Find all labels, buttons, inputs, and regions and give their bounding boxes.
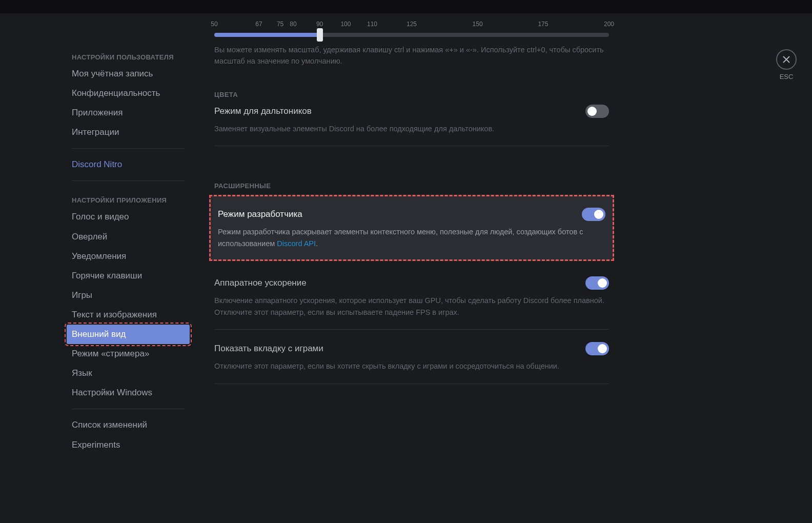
colorblind-desc: Заменяет визуальные элементы Discord на … bbox=[214, 123, 609, 134]
close-icon bbox=[782, 55, 790, 64]
developer-mode-label: Режим разработчика bbox=[218, 209, 302, 219]
sidebar-heading-user: НАСТРОЙКИ ПОЛЬЗОВАТЕЛЯ bbox=[67, 44, 190, 64]
sidebar-divider bbox=[72, 409, 185, 409]
discord-api-link[interactable]: Discord API bbox=[277, 239, 316, 248]
hardware-accel-toggle[interactable] bbox=[585, 276, 609, 290]
close-label: ESC bbox=[776, 73, 797, 81]
group-heading-advanced: РАСШИРЕННЫЕ bbox=[214, 182, 609, 190]
hardware-accel-desc: Включение аппаратного ускорения, которое… bbox=[214, 295, 609, 318]
slider-fill bbox=[214, 33, 320, 37]
sidebar-divider bbox=[72, 180, 185, 181]
sidebar-item-notifications[interactable]: Уведомления bbox=[67, 247, 190, 266]
divider bbox=[214, 384, 609, 384]
sidebar-item-games[interactable]: Игры bbox=[67, 286, 190, 305]
divider bbox=[214, 329, 609, 330]
sidebar-item-experiments[interactable]: Experiments bbox=[67, 435, 190, 455]
colorblind-toggle[interactable] bbox=[585, 105, 609, 118]
developer-mode-toggle[interactable] bbox=[582, 208, 605, 221]
titlebar bbox=[0, 0, 812, 13]
zoom-slider-help: Вы можете изменять масштаб, удерживая кл… bbox=[214, 44, 609, 67]
games-tab-desc: Отключите этот параметр, если вы хотите … bbox=[214, 360, 609, 372]
sidebar-item-appearance[interactable]: Внешний вид bbox=[67, 325, 190, 344]
sidebar-item-integrations[interactable]: Интеграции bbox=[67, 123, 190, 142]
zoom-slider[interactable] bbox=[214, 33, 609, 37]
sidebar-heading-app: НАСТРОЙКИ ПРИЛОЖЕНИЯ bbox=[67, 187, 190, 207]
hardware-accel-label: Аппаратное ускорение bbox=[214, 278, 307, 288]
settings-content: ESC 5067758090100110125150175200 Вы може… bbox=[195, 13, 812, 523]
developer-mode-highlight: Режим разработчика Режим разработчика ра… bbox=[209, 195, 614, 261]
sidebar-item-nitro[interactable]: Discord Nitro bbox=[67, 155, 190, 174]
sidebar-divider bbox=[72, 148, 185, 149]
sidebar-item-language[interactable]: Язык bbox=[67, 364, 190, 383]
sidebar-item-apps[interactable]: Приложения bbox=[67, 103, 190, 123]
games-tab-toggle[interactable] bbox=[585, 342, 609, 355]
sidebar-item-overlay[interactable]: Оверлей bbox=[67, 227, 190, 247]
sidebar-item-streamer[interactable]: Режим «стримера» bbox=[67, 344, 190, 364]
zoom-slider-ticks: 5067758090100110125150175200 bbox=[214, 21, 609, 30]
games-tab-label: Показать вкладку с играми bbox=[214, 344, 323, 354]
group-heading-colors: ЦВЕТА bbox=[214, 91, 609, 98]
sidebar-item-text-images[interactable]: Текст и изображения bbox=[67, 305, 190, 325]
slider-thumb[interactable] bbox=[317, 28, 323, 42]
sidebar-item-keybinds[interactable]: Горячие клавиши bbox=[67, 266, 190, 286]
sidebar-item-changelog[interactable]: Список изменений bbox=[67, 415, 190, 435]
sidebar-item-windows[interactable]: Настройки Windows bbox=[67, 383, 190, 403]
settings-sidebar: НАСТРОЙКИ ПОЛЬЗОВАТЕЛЯ Моя учётная запис… bbox=[0, 13, 195, 523]
sidebar-item-privacy[interactable]: Конфиденциальность bbox=[67, 84, 190, 103]
divider bbox=[214, 146, 609, 146]
colorblind-label: Режим для дальтоников bbox=[214, 106, 312, 116]
close-button[interactable] bbox=[776, 49, 797, 70]
developer-mode-desc: Режим разработчика раскрывает элементы к… bbox=[218, 226, 605, 249]
sidebar-item-account[interactable]: Моя учётная запись bbox=[67, 64, 190, 84]
sidebar-item-voice[interactable]: Голос и видео bbox=[67, 207, 190, 227]
